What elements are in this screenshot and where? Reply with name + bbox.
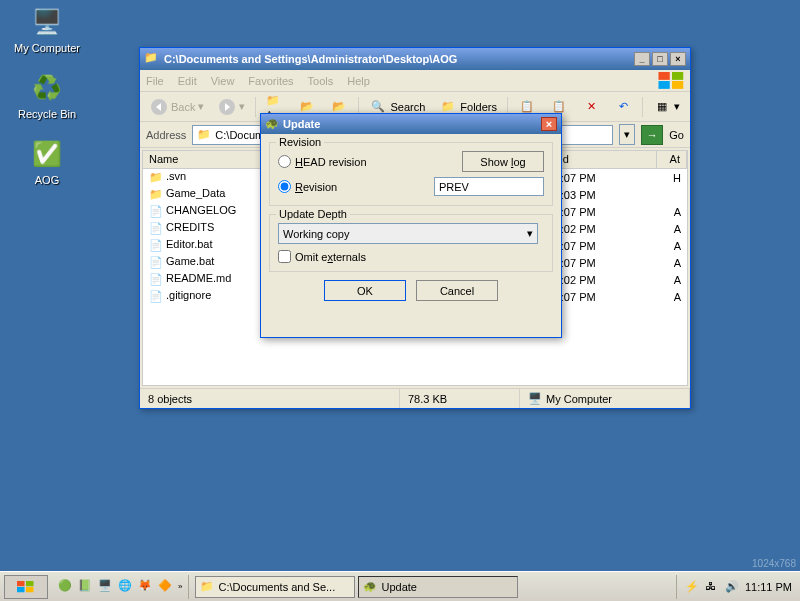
ql-show-desktop-icon[interactable]: 🖥️ — [98, 579, 114, 595]
status-location: 🖥️ My Computer — [520, 389, 690, 408]
file-icon: 📄 — [149, 273, 163, 287]
system-tray: ⚡ 🖧 🔊 11:11 PM — [676, 575, 800, 599]
explorer-titlebar[interactable]: 📁 C:\Documents and Settings\Administrato… — [140, 48, 690, 70]
file-icon: 📄 — [149, 256, 163, 270]
file-icon: 📁 — [149, 171, 163, 185]
tb-undo-button[interactable]: ↶ — [610, 96, 636, 118]
depth-group: Update Depth Working copy ▾ Omit externa… — [269, 214, 553, 272]
maximize-button[interactable]: □ — [652, 52, 668, 66]
clock[interactable]: 11:11 PM — [745, 581, 792, 593]
head-radio[interactable] — [278, 155, 291, 168]
dropdown-icon: ▾ — [674, 100, 680, 113]
desktop-icon-my-computer[interactable]: 🖥️ My Computer — [12, 6, 82, 54]
svg-rect-1 — [672, 72, 683, 80]
undo-icon: ↶ — [614, 98, 632, 116]
tray-sound-icon[interactable]: 🔊 — [725, 580, 739, 594]
svg-rect-2 — [659, 81, 670, 89]
omit-externals-checkbox[interactable] — [278, 250, 291, 263]
quicklaunch: 🟢 📗 🖥️ 🌐 🦊 🔶 » — [52, 575, 189, 599]
ql-vlc-icon[interactable]: 🔶 — [158, 579, 174, 595]
ql-app-icon[interactable]: 📗 — [78, 579, 94, 595]
depth-legend: Update Depth — [276, 208, 350, 220]
cancel-button[interactable]: Cancel — [416, 280, 498, 301]
menu-favorites[interactable]: Favorites — [248, 75, 293, 87]
dropdown-icon: ▾ — [198, 100, 204, 113]
task-label: C:\Documents and Se... — [218, 581, 335, 593]
dropdown-icon[interactable]: ▾ — [619, 124, 635, 145]
status-objects: 8 objects — [140, 389, 400, 408]
folder-icon: 📁 — [200, 580, 214, 593]
dialog-titlebar[interactable]: 🐢 Update × — [261, 114, 561, 134]
revision-group: Revision HEAD revision Show log Revision — [269, 142, 553, 206]
desktop-icon-label: My Computer — [12, 42, 82, 54]
menu-view[interactable]: View — [211, 75, 235, 87]
views-icon: ▦ — [653, 98, 671, 116]
folders-label: Folders — [460, 101, 497, 113]
tray-network-icon[interactable]: 🖧 — [705, 580, 719, 594]
dialog-title: Update — [283, 118, 541, 130]
forward-button[interactable]: ▾ — [214, 96, 249, 118]
views-button[interactable]: ▦▾ — [649, 96, 684, 118]
address-label: Address — [146, 129, 186, 141]
menu-file[interactable]: File — [146, 75, 164, 87]
revision-radio[interactable] — [278, 180, 291, 193]
col-attr[interactable]: At — [657, 151, 687, 168]
menu-help[interactable]: Help — [347, 75, 370, 87]
start-button[interactable] — [4, 575, 48, 599]
ql-ie-icon[interactable]: 🌐 — [118, 579, 134, 595]
svg-rect-3 — [672, 81, 683, 89]
file-icon: 📄 — [149, 205, 163, 219]
depth-select[interactable]: Working copy ▾ — [278, 223, 538, 244]
close-button[interactable]: × — [670, 52, 686, 66]
menu-edit[interactable]: Edit — [178, 75, 197, 87]
recycle-icon: ♻️ — [31, 72, 63, 104]
task-label: Update — [381, 581, 416, 593]
file-icon: 📁 — [149, 188, 163, 202]
statusbar: 8 objects 78.3 KB 🖥️ My Computer — [140, 388, 690, 408]
windows-logo-icon — [658, 72, 686, 90]
back-button[interactable]: Back ▾ — [146, 96, 208, 118]
folder-icon: 📁 — [144, 51, 160, 67]
svg-rect-0 — [659, 72, 670, 80]
menubar: File Edit View Favorites Tools Help — [140, 70, 690, 92]
minimize-button[interactable]: _ — [634, 52, 650, 66]
ql-utorrent-icon[interactable]: 🟢 — [58, 579, 74, 595]
back-icon — [150, 98, 168, 116]
file-icon: 📄 — [149, 239, 163, 253]
head-label[interactable]: HEAD revision — [295, 156, 367, 168]
depth-value: Working copy — [283, 228, 349, 240]
revision-label[interactable]: Revision — [295, 181, 337, 193]
windows-logo-icon — [17, 580, 35, 594]
svg-rect-8 — [17, 587, 25, 592]
computer-icon: 🖥️ — [528, 392, 542, 405]
window-title: C:\Documents and Settings\Administrator\… — [164, 53, 634, 65]
tortoise-icon: 🐢 — [363, 580, 377, 593]
svg-rect-6 — [17, 581, 25, 586]
tray-power-icon[interactable]: ⚡ — [685, 580, 699, 594]
task-explorer[interactable]: 📁 C:\Documents and Se... — [195, 576, 355, 598]
menu-tools[interactable]: Tools — [308, 75, 334, 87]
status-size: 78.3 KB — [400, 389, 520, 408]
go-button[interactable]: → — [641, 125, 663, 145]
tb-delete-button[interactable]: ✕ — [578, 96, 604, 118]
go-label: Go — [669, 129, 684, 141]
search-label: Search — [390, 101, 425, 113]
address-text: C:\Docum — [215, 129, 264, 141]
update-dialog: 🐢 Update × Revision HEAD revision Show l… — [260, 113, 562, 338]
revision-input[interactable] — [434, 177, 544, 196]
show-log-button[interactable]: Show log — [462, 151, 544, 172]
ql-firefox-icon[interactable]: 🦊 — [138, 579, 154, 595]
dialog-close-button[interactable]: × — [541, 117, 557, 131]
ql-expand-icon[interactable]: » — [178, 582, 182, 591]
desktop-icon-aog[interactable]: ✅ AOG — [12, 138, 82, 186]
task-update[interactable]: 🐢 Update — [358, 576, 518, 598]
ok-button[interactable]: OK — [324, 280, 406, 301]
omit-externals-label[interactable]: Omit externals — [295, 251, 366, 263]
file-icon: 📄 — [149, 222, 163, 236]
revision-legend: Revision — [276, 136, 324, 148]
folder-icon: 📁 — [197, 128, 211, 141]
dimension-tag: 1024x768 — [752, 558, 796, 569]
desktop-icon-label: AOG — [12, 174, 82, 186]
desktop-icon-recycle-bin[interactable]: ♻️ Recycle Bin — [12, 72, 82, 120]
desktop-icon-label: Recycle Bin — [12, 108, 82, 120]
